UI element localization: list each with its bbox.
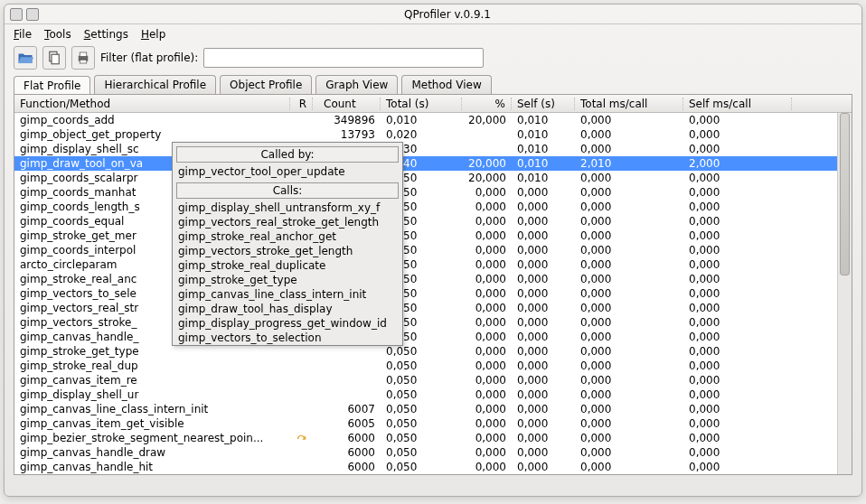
table-row[interactable]: gimp_stroke_get_type0,0500,0000,0000,000… — [14, 344, 852, 359]
cell: 0,000 — [512, 302, 575, 314]
cell: 0,000 — [462, 446, 512, 459]
calls-item[interactable]: gimp_vectors_to_selection — [173, 331, 402, 345]
cell: 0,000 — [462, 186, 512, 199]
table-row[interactable]: gimp_bezier_stroke_segment_nearest_poin.… — [14, 431, 852, 445]
cell: 0,000 — [512, 461, 575, 473]
scrollbar-thumb[interactable] — [840, 113, 850, 275]
col-pct[interactable]: % — [462, 98, 512, 110]
print-icon[interactable] — [71, 46, 95, 70]
table-row[interactable]: gimp_canvas_handle_0,0500,0000,0000,0000… — [14, 330, 852, 344]
cell: 0,000 — [683, 345, 792, 358]
col-self[interactable]: Self (s) — [512, 98, 575, 110]
svg-rect-3 — [80, 52, 87, 57]
cell: 0,000 — [575, 417, 683, 430]
cell: 0,000 — [512, 374, 575, 387]
cell: 0,050 — [381, 461, 462, 473]
titlebar-controls — [10, 8, 39, 21]
tab-method-view[interactable]: Method View — [401, 75, 491, 94]
table-row[interactable]: gimp_coords_scalarpr0,05020,0000,0100,00… — [14, 171, 852, 185]
cell: 0,000 — [462, 388, 512, 401]
cell: gimp_canvas_item_get_visible — [14, 417, 290, 430]
cell: 13793 — [313, 128, 381, 141]
table-header[interactable]: Function/Method R Count Total (s) % Self… — [14, 95, 852, 113]
cell: 0,000 — [683, 186, 792, 199]
open-icon[interactable] — [14, 46, 37, 70]
calls-item[interactable]: gimp_vectors_stroke_get_length — [173, 244, 402, 258]
tab-flat-profile[interactable]: Flat Profile — [14, 76, 90, 95]
cell: 0,000 — [683, 229, 792, 242]
table-row[interactable]: arcto_circleparam0,0500,0000,0000,0000,0… — [14, 257, 852, 272]
called-by-item[interactable]: gimp_vector_tool_oper_update — [173, 164, 402, 179]
cell: 0,000 — [512, 345, 575, 358]
table-row[interactable]: gimp_canvas_item_get_visible60050,0500,0… — [14, 416, 852, 431]
tab-graph-view[interactable]: Graph View — [315, 75, 398, 94]
cell: 0,000 — [575, 229, 683, 242]
table-row[interactable]: gimp_object_get_property137930,0200,0100… — [14, 127, 852, 142]
table-row[interactable]: gimp_canvas_line_class_intern_init60070,… — [14, 402, 852, 416]
cell: 0,000 — [683, 359, 792, 372]
cell: 0,000 — [575, 461, 683, 473]
copy-icon[interactable] — [42, 46, 66, 70]
tab-object-profile[interactable]: Object Profile — [220, 75, 312, 94]
tab-hierarchical-profile[interactable]: Hierarchical Profile — [94, 75, 216, 94]
col-function[interactable]: Function/Method — [14, 98, 290, 110]
menubar: File Tools Settings Help — [5, 24, 861, 44]
table-row[interactable]: gimp_coords_equal0,0500,0000,0000,0000,0… — [14, 214, 852, 229]
calls-item[interactable]: gimp_stroke_real_duplicate — [173, 258, 402, 273]
cell: 0,000 — [462, 229, 512, 242]
titlebar[interactable]: QProfiler v.0.9.1 — [5, 5, 861, 24]
calls-item[interactable]: gimp_display_shell_untransform_xy_f — [173, 201, 402, 215]
table-row[interactable]: gimp_display_shell_ur0,0500,0000,0000,00… — [14, 387, 852, 402]
cell: 0,000 — [683, 287, 792, 300]
table-row[interactable]: gimp_canvas_handle_hit60000,0500,0000,00… — [14, 460, 852, 474]
cell: 0,000 — [575, 215, 683, 228]
filter-input[interactable] — [203, 48, 484, 68]
col-r[interactable]: R — [290, 98, 313, 110]
table-row[interactable]: gimp_vectors_real_str0,0500,0000,0000,00… — [14, 301, 852, 315]
cell: gimp_canvas_handle_draw — [14, 446, 290, 459]
table-row[interactable]: gimp_stroke_real_dup0,0500,0000,0000,000… — [14, 359, 852, 373]
table-row[interactable]: gimp_stroke_get_mer0,0500,0000,0000,0000… — [14, 229, 852, 243]
control-icon[interactable] — [26, 8, 39, 21]
calls-item[interactable]: gimp_display_progress_get_window_id — [173, 316, 402, 331]
calls-item[interactable]: gimp_vectors_real_stroke_get_length — [173, 215, 402, 229]
table-row[interactable]: gimp_canvas_handle_draw60000,0500,0000,0… — [14, 445, 852, 460]
menu-settings[interactable]: Settings — [84, 28, 128, 41]
cell: 0,000 — [575, 345, 683, 358]
cell: 0,000 — [462, 359, 512, 372]
cell: 0,000 — [683, 432, 792, 444]
calls-item[interactable]: gimp_stroke_real_anchor_get — [173, 229, 402, 244]
cell: 0,000 — [575, 446, 683, 459]
table-row[interactable]: gimp_display_shell_sc0,0300,0100,0000,00… — [14, 142, 852, 156]
window-icon[interactable] — [10, 8, 23, 21]
cell: 0,000 — [683, 316, 792, 329]
cell: 0,050 — [381, 446, 462, 459]
calls-item[interactable]: gimp_canvas_line_class_intern_init — [173, 287, 402, 302]
cell: 0,050 — [381, 345, 462, 358]
table-row[interactable]: gimp_coords_add3498960,01020,0000,0100,0… — [14, 113, 852, 127]
cell: 2,000 — [683, 157, 792, 170]
cell: 6007 — [313, 403, 381, 415]
col-count[interactable]: Count — [313, 98, 381, 110]
table-row[interactable]: gimp_vectors_stroke_0,0500,0000,0000,000… — [14, 315, 852, 330]
table-row[interactable]: gimp_coords_length_s0,0500,0000,0000,000… — [14, 200, 852, 214]
table-row[interactable]: gimp_vectors_to_sele0,0500,0000,0000,000… — [14, 286, 852, 301]
col-tms[interactable]: Total ms/call — [575, 98, 683, 110]
table-row[interactable]: gimp_draw_tool_on_va0,04020,0000,0102,01… — [14, 156, 852, 171]
menu-file[interactable]: File — [14, 28, 32, 41]
table-row[interactable]: gimp_coords_interpol0,0500,0000,0000,000… — [14, 243, 852, 257]
table-row[interactable]: gimp_stroke_real_anc0,0500,0000,0000,000… — [14, 272, 852, 286]
cell: 0,000 — [462, 432, 512, 444]
scrollbar[interactable] — [837, 113, 852, 474]
menu-help[interactable]: Help — [141, 28, 165, 41]
cell: 0,000 — [683, 244, 792, 257]
table-row[interactable]: gimp_canvas_item_re0,0500,0000,0000,0000… — [14, 373, 852, 387]
menu-tools[interactable]: Tools — [44, 28, 71, 41]
calls-item[interactable]: gimp_stroke_get_type — [173, 273, 402, 287]
calls-item[interactable]: gimp_draw_tool_has_display — [173, 302, 402, 316]
called-by-list: gimp_vector_tool_oper_update — [173, 164, 402, 179]
cell: gimp_stroke_get_type — [14, 345, 290, 358]
col-sms[interactable]: Self ms/call — [683, 98, 792, 110]
col-total[interactable]: Total (s) — [381, 98, 462, 110]
table-row[interactable]: gimp_coords_manhat0,0500,0000,0000,0000,… — [14, 185, 852, 200]
